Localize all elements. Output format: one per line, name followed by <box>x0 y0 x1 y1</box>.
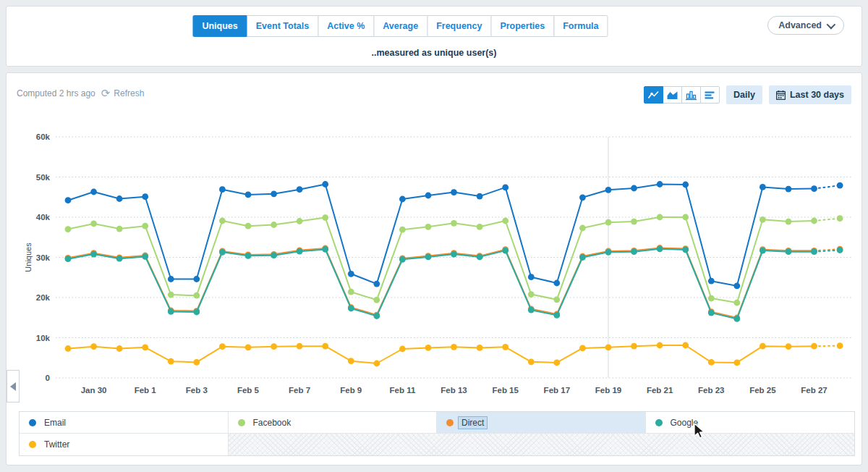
data-point-google[interactable] <box>528 307 535 313</box>
data-point-twitter[interactable] <box>322 343 328 350</box>
data-point-facebook[interactable] <box>219 218 226 224</box>
data-point-email[interactable] <box>245 192 252 198</box>
data-point-facebook[interactable] <box>425 224 432 230</box>
data-point-facebook[interactable] <box>373 297 380 303</box>
data-point-google[interactable] <box>502 248 509 254</box>
data-point-twitter[interactable] <box>657 342 663 349</box>
data-point-google[interactable] <box>733 316 740 322</box>
data-point-facebook[interactable] <box>193 292 200 299</box>
data-point-twitter[interactable] <box>116 345 123 352</box>
data-point-twitter[interactable] <box>168 358 174 365</box>
data-point-email[interactable] <box>708 278 715 285</box>
data-point-google[interactable] <box>193 309 200 316</box>
advanced-button[interactable]: Advanced <box>767 16 844 35</box>
data-point-twitter[interactable] <box>142 344 148 350</box>
data-point-email[interactable] <box>631 185 637 192</box>
line-chart-button[interactable] <box>644 86 663 104</box>
data-point-google[interactable] <box>297 248 303 255</box>
data-point-google[interactable] <box>837 247 843 253</box>
data-point-twitter[interactable] <box>528 358 535 365</box>
refresh-button[interactable]: ⟳ Refresh <box>101 88 145 98</box>
data-point-twitter[interactable] <box>373 361 380 367</box>
data-point-facebook[interactable] <box>657 214 663 221</box>
data-point-facebook[interactable] <box>553 296 560 303</box>
date-range-button[interactable]: Last 30 days <box>769 85 851 104</box>
data-point-facebook[interactable] <box>322 214 328 221</box>
data-point-google[interactable] <box>399 256 406 263</box>
data-point-facebook[interactable] <box>579 225 586 232</box>
data-point-email[interactable] <box>451 189 457 195</box>
data-point-email[interactable] <box>733 283 740 290</box>
data-point-google[interactable] <box>811 248 817 255</box>
data-point-facebook[interactable] <box>760 216 766 223</box>
data-point-email[interactable] <box>786 186 792 193</box>
data-point-twitter[interactable] <box>708 359 715 366</box>
data-point-twitter[interactable] <box>502 344 509 350</box>
data-point-email[interactable] <box>553 280 560 287</box>
data-point-email[interactable] <box>477 193 483 200</box>
interval-daily-button[interactable]: Daily <box>726 85 762 104</box>
data-point-twitter[interactable] <box>65 345 72 352</box>
horizontal-bar-chart-button[interactable] <box>700 86 720 104</box>
data-point-twitter[interactable] <box>605 344 612 350</box>
data-point-facebook[interactable] <box>786 219 792 225</box>
data-point-facebook[interactable] <box>116 226 123 232</box>
tab-uniques[interactable]: Uniques <box>192 15 247 37</box>
data-point-google[interactable] <box>425 254 432 261</box>
data-point-facebook[interactable] <box>348 289 354 295</box>
data-point-google[interactable] <box>605 249 612 256</box>
data-point-email[interactable] <box>760 184 766 190</box>
data-point-email[interactable] <box>579 194 586 201</box>
data-point-twitter[interactable] <box>811 343 817 350</box>
tab-active-[interactable]: Active % <box>318 15 374 37</box>
data-point-facebook[interactable] <box>708 295 715 302</box>
data-point-email[interactable] <box>297 186 303 193</box>
data-point-facebook[interactable] <box>682 214 689 221</box>
data-point-google[interactable] <box>245 253 252 259</box>
tab-properties[interactable]: Properties <box>490 15 554 37</box>
data-point-google[interactable] <box>760 248 766 254</box>
data-point-google[interactable] <box>451 251 457 258</box>
data-point-google[interactable] <box>553 312 560 319</box>
data-point-google[interactable] <box>65 256 72 262</box>
data-point-google[interactable] <box>348 305 354 312</box>
data-point-google[interactable] <box>116 256 123 262</box>
data-point-email[interactable] <box>605 187 612 193</box>
data-point-google[interactable] <box>786 248 792 255</box>
data-point-twitter[interactable] <box>477 345 483 351</box>
data-point-email[interactable] <box>65 197 72 203</box>
data-point-twitter[interactable] <box>579 345 586 352</box>
data-point-facebook[interactable] <box>142 223 148 229</box>
data-point-email[interactable] <box>425 193 432 199</box>
data-point-twitter[interactable] <box>399 346 406 353</box>
data-point-email[interactable] <box>399 196 406 203</box>
data-point-email[interactable] <box>528 274 535 280</box>
tab-formula[interactable]: Formula <box>553 15 608 37</box>
data-point-twitter[interactable] <box>451 344 457 350</box>
legend-item-twitter[interactable]: Twitter <box>20 434 229 455</box>
data-point-twitter[interactable] <box>760 343 766 350</box>
data-point-email[interactable] <box>322 181 328 187</box>
data-point-facebook[interactable] <box>451 220 457 227</box>
data-point-facebook[interactable] <box>733 300 740 306</box>
legend-item-google[interactable]: Google <box>646 412 855 434</box>
data-point-google[interactable] <box>579 254 586 261</box>
data-point-email[interactable] <box>193 276 200 282</box>
data-point-twitter[interactable] <box>348 358 354 364</box>
data-point-email[interactable] <box>219 186 226 193</box>
data-point-facebook[interactable] <box>168 292 174 298</box>
tab-event-totals[interactable]: Event Totals <box>247 15 318 37</box>
data-point-google[interactable] <box>657 245 663 252</box>
data-point-facebook[interactable] <box>245 223 252 229</box>
data-point-email[interactable] <box>348 271 354 277</box>
bar-chart-button[interactable] <box>681 86 701 104</box>
data-point-facebook[interactable] <box>811 218 817 224</box>
uniques-line-chart[interactable]: 010k20k30k40k50k60kUniquesJan 30Feb 1Feb… <box>22 124 854 403</box>
data-point-email[interactable] <box>657 181 663 187</box>
data-point-email[interactable] <box>373 281 380 287</box>
data-point-facebook[interactable] <box>399 227 406 233</box>
data-point-google[interactable] <box>631 248 637 255</box>
legend-item-direct[interactable]: Direct <box>437 412 646 434</box>
data-point-email[interactable] <box>837 182 843 189</box>
data-point-twitter[interactable] <box>193 359 200 366</box>
